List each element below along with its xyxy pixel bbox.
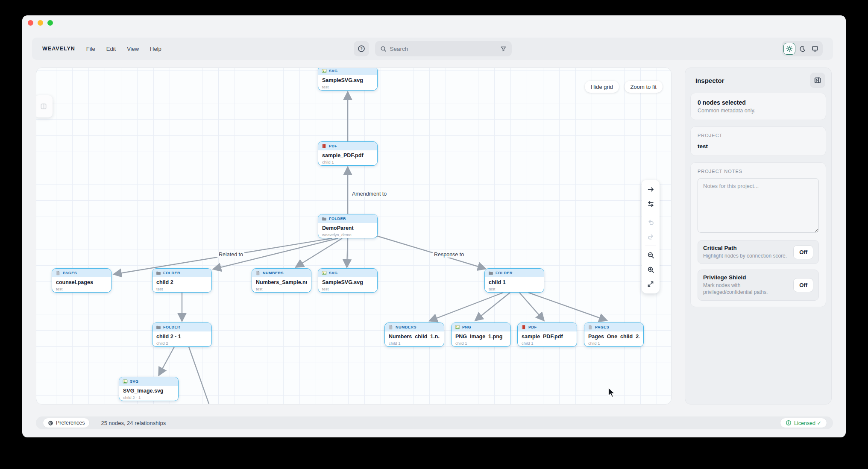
node-header: PAGES xyxy=(584,323,643,331)
node-subtitle: child 2 xyxy=(156,341,208,346)
theme-dark-button[interactable] xyxy=(796,43,808,55)
project-card: PROJECT test xyxy=(690,126,826,156)
app-window: WEAVELYN FileEditViewHelp ? Amendment to… xyxy=(22,15,846,437)
graph-node-child1[interactable]: FOLDERchild 1test xyxy=(484,268,544,293)
help-button[interactable]: ? xyxy=(354,41,369,56)
node-type: FOLDER xyxy=(163,271,180,275)
node-type: PDF xyxy=(329,144,337,148)
node-type: FOLDER xyxy=(163,325,180,329)
node-type: PAGES xyxy=(63,271,77,275)
close-button[interactable] xyxy=(28,20,33,26)
collapse-inspector-button[interactable] xyxy=(810,73,825,88)
tool-divider xyxy=(645,246,656,246)
menu-view[interactable]: View xyxy=(127,46,139,52)
graph-node-child21[interactable]: FOLDERchild 2 - 1child 2 xyxy=(152,322,212,347)
menu-file[interactable]: File xyxy=(86,46,95,52)
project-notes-card: PROJECT NOTES Critical Path Highlight no… xyxy=(690,162,826,307)
zoom-in-tool-button[interactable] xyxy=(642,262,660,277)
panel-left-icon xyxy=(40,103,47,110)
swap-horizontal-tool-button[interactable] xyxy=(642,196,660,211)
arrow-right-tool-button[interactable] xyxy=(642,182,660,196)
undo-tool-button[interactable] xyxy=(642,215,660,229)
sun-icon xyxy=(786,45,793,52)
folder-icon xyxy=(322,216,327,221)
node-body: child 2test xyxy=(152,277,211,291)
node-subtitle: child 1 xyxy=(588,341,639,346)
project-value: test xyxy=(698,143,819,149)
graph-node-demo_parent[interactable]: FOLDERDemoParentweavelyn_demo xyxy=(318,214,378,238)
privilege-shield-toggle[interactable]: Off xyxy=(793,278,813,292)
privilege-shield-text: Privilege Shield Mark nodes with privile… xyxy=(703,274,789,296)
critical-path-desc: Highlight nodes by connection score. xyxy=(703,252,789,259)
node-title: sample_PDF.pdf xyxy=(322,152,373,158)
node-header: PAGES xyxy=(52,269,111,277)
node-subtitle: test xyxy=(56,287,107,291)
node-body: Pages_One_child_2...child 1 xyxy=(584,331,643,346)
project-notes-input[interactable] xyxy=(698,178,819,233)
tool-divider xyxy=(645,213,656,213)
node-type: NUMBERS xyxy=(263,271,284,275)
zoom-button[interactable] xyxy=(47,20,53,26)
node-title: sample_PDF.pdf xyxy=(522,334,573,340)
node-header: SVG xyxy=(318,269,377,277)
node-type: SVG xyxy=(329,271,338,275)
theme-light-button[interactable] xyxy=(783,43,795,55)
critical-path-toggle[interactable]: Off xyxy=(793,245,813,259)
selection-card: 0 nodes selected Common metadata only. xyxy=(690,93,826,120)
search-bar[interactable] xyxy=(375,41,512,56)
node-subtitle: child 2 - 1 xyxy=(123,395,174,400)
node-subtitle: test xyxy=(489,287,540,291)
node-body: SampleSVG.svgtest xyxy=(318,75,377,89)
inspector-header: Inspector xyxy=(685,68,831,93)
node-title: Pages_One_child_2... xyxy=(588,334,639,340)
theme-system-button[interactable] xyxy=(809,43,821,55)
preferences-label: Preferences xyxy=(56,420,85,426)
graph-node-numbers_sample[interactable]: NUMBERSNumbers_Sample.nu...test xyxy=(252,268,311,293)
hide-grid-button[interactable]: Hide grid xyxy=(585,81,619,93)
left-panel-toggle[interactable] xyxy=(36,95,53,117)
graph-node-pages_one[interactable]: PAGESPages_One_child_2...child 1 xyxy=(584,322,644,347)
folder-icon xyxy=(156,325,161,330)
graph-node-counsel[interactable]: PAGEScounsel.pagestest xyxy=(52,268,111,293)
gear-icon xyxy=(48,420,53,426)
graph-node-svg2[interactable]: SVGSampleSVG.svgtest xyxy=(318,268,378,293)
mouse-cursor xyxy=(607,387,616,397)
search-icon xyxy=(380,46,387,52)
graph-node-child2[interactable]: FOLDERchild 2test xyxy=(152,268,212,293)
node-header: SVG xyxy=(318,67,377,75)
graph-node-pdf_mid[interactable]: PDFsample_PDF.pdfchild 1 xyxy=(318,141,378,166)
image-icon xyxy=(322,68,327,73)
edge-label: Amendment to xyxy=(351,191,388,197)
menu-edit[interactable]: Edit xyxy=(106,46,116,52)
node-header: PNG xyxy=(452,323,510,331)
filter-icon[interactable] xyxy=(500,46,507,52)
node-body: Numbers_Sample.nu...test xyxy=(252,277,311,291)
minimize-button[interactable] xyxy=(38,20,43,26)
node-title: SampleSVG.svg xyxy=(322,77,373,83)
expand-tool-button[interactable] xyxy=(642,277,660,291)
node-header: SVG xyxy=(119,377,178,386)
node-body: DemoParentweavelyn_demo xyxy=(318,223,377,237)
zoom-to-fit-button[interactable]: Zoom to fit xyxy=(625,81,663,93)
help-icon: ? xyxy=(358,45,365,53)
node-type: FOLDER xyxy=(496,271,513,275)
graph-node-numbers_child[interactable]: NUMBERSNumbers_child_1.n...child 1 xyxy=(384,322,444,347)
moon-icon xyxy=(799,45,806,52)
graph-canvas[interactable]: Amendment toRelated toResponse toSVGSamp… xyxy=(36,67,672,405)
document-icon xyxy=(255,270,261,276)
zoom-out-tool-button[interactable] xyxy=(642,248,660,262)
menu-help[interactable]: Help xyxy=(150,46,161,52)
redo-tool-button[interactable] xyxy=(642,229,660,244)
search-input[interactable] xyxy=(390,46,497,52)
node-title: counsel.pages xyxy=(56,279,107,285)
critical-path-title: Critical Path xyxy=(703,245,789,251)
node-body: child 2 - 1child 2 xyxy=(152,331,211,346)
node-title: Numbers_Sample.nu... xyxy=(256,279,307,285)
preferences-button[interactable]: Preferences xyxy=(43,418,90,428)
graph-node-pdf2[interactable]: PDFsample_PDF.pdfchild 1 xyxy=(517,322,577,347)
node-subtitle: test xyxy=(256,287,307,291)
graph-node-svg_image[interactable]: SVGSVG_Image.svgchild 2 - 1 xyxy=(119,377,179,401)
document-icon xyxy=(56,270,61,276)
graph-node-svg_top[interactable]: SVGSampleSVG.svgtest xyxy=(318,67,378,91)
graph-node-png_image[interactable]: PNGPNG_Image_1.pngchild 1 xyxy=(451,322,511,347)
